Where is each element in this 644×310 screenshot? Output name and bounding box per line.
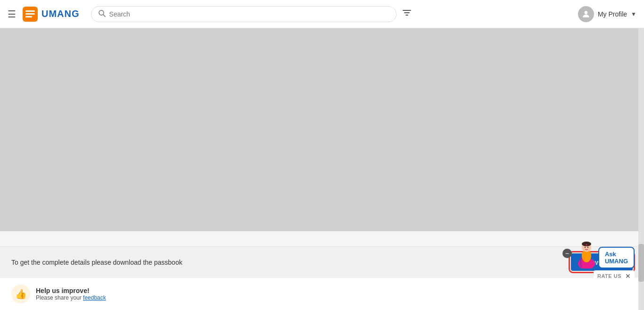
search-icon bbox=[98, 9, 106, 19]
bottom-panel: To get the complete details please downl… bbox=[0, 246, 644, 310]
ask-umang-widget: − bbox=[562, 238, 635, 282]
profile-label: My Profile bbox=[598, 10, 627, 18]
search-input[interactable] bbox=[109, 10, 389, 18]
content-area bbox=[0, 28, 644, 231]
hamburger-icon[interactable]: ☰ bbox=[8, 8, 16, 20]
minimize-button[interactable]: − bbox=[562, 249, 572, 258]
close-rate-us-button[interactable]: ✕ bbox=[625, 272, 631, 280]
ask-umang-box[interactable]: AskUMANG bbox=[598, 247, 635, 268]
character-illustration bbox=[575, 238, 598, 268]
passbook-message: To get the complete details please downl… bbox=[11, 259, 182, 266]
search-box bbox=[91, 6, 396, 22]
filter-icon-button[interactable] bbox=[402, 8, 412, 20]
passbook-bar: To get the complete details please downl… bbox=[0, 246, 644, 277]
svg-rect-3 bbox=[25, 10, 35, 12]
header: ☰ UMANG bbox=[0, 0, 644, 28]
feedback-title: Help us improve! bbox=[36, 287, 106, 294]
umang-logo-icon bbox=[22, 6, 39, 23]
chevron-down-icon: ▼ bbox=[631, 11, 636, 17]
feedback-icon: 👍 bbox=[11, 285, 30, 303]
feedback-link[interactable]: feedback bbox=[83, 294, 106, 301]
main-content: To get the complete details please downl… bbox=[0, 28, 644, 310]
logo-text: UMANG bbox=[41, 8, 80, 19]
svg-rect-2 bbox=[25, 16, 32, 17]
rate-us-bar: RATE US ✕ bbox=[594, 270, 635, 282]
svg-point-9 bbox=[585, 11, 588, 14]
feedback-text: Help us improve! Please share your feedb… bbox=[36, 287, 106, 301]
feedback-subtitle: Please share your feedback bbox=[36, 294, 106, 301]
scrollbar[interactable] bbox=[638, 28, 644, 310]
feedback-bar: 👍 Help us improve! Please share your fee… bbox=[0, 277, 644, 310]
svg-line-5 bbox=[103, 15, 105, 17]
search-container bbox=[91, 6, 412, 22]
avatar bbox=[578, 6, 594, 22]
logo-container[interactable]: UMANG bbox=[22, 6, 80, 23]
rate-us-label: RATE US bbox=[597, 273, 621, 279]
header-left: ☰ UMANG bbox=[8, 6, 80, 23]
profile-menu[interactable]: My Profile ▼ bbox=[578, 6, 636, 22]
svg-point-14 bbox=[585, 247, 586, 248]
svg-point-16 bbox=[586, 244, 587, 246]
scrollbar-thumb[interactable] bbox=[638, 244, 644, 282]
svg-rect-1 bbox=[25, 13, 35, 15]
ask-umang-bubble: − bbox=[562, 238, 635, 268]
svg-point-15 bbox=[587, 247, 588, 248]
